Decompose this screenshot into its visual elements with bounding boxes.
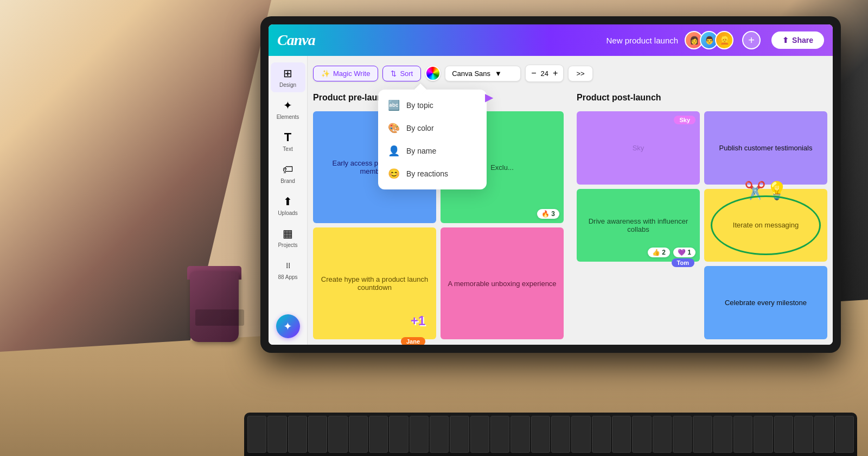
- topic-icon: 🔤: [388, 99, 400, 111]
- font-size-control: − 24 +: [525, 65, 564, 82]
- sidebar-item-brand[interactable]: 🏷 Brand: [271, 159, 305, 188]
- canva-screen: Canva New product launch 👩 👨 👱 + ⬆ Share…: [269, 24, 833, 345]
- elements-icon: ✦: [282, 99, 295, 112]
- top-bar: Canva New product launch 👩 👨 👱 + ⬆ Share: [269, 24, 833, 56]
- add-collaborator-button[interactable]: +: [742, 31, 761, 49]
- name-icon: 👤: [388, 145, 400, 157]
- font-dropdown-icon: ▼: [495, 69, 502, 78]
- sidebar-item-uploads[interactable]: ⬆ Uploads: [271, 191, 305, 220]
- projects-icon: ▦: [282, 227, 295, 240]
- project-title: New product launch: [607, 36, 679, 45]
- sort-button[interactable]: ⇅ Sort: [382, 66, 421, 81]
- sidebar-label-uploads: Uploads: [278, 210, 298, 216]
- magic-write-button[interactable]: ✨ Magic Write: [313, 66, 378, 81]
- sort-dropdown-menu: 🔤 By topic ▶ 🎨 By color 👤 By name 😊: [378, 90, 487, 189]
- sticky-iterate[interactable]: ✂️💡 Iterate on messaging: [704, 189, 827, 262]
- share-button[interactable]: ⬆ Share: [771, 31, 824, 49]
- heart-reaction: 💜 1: [673, 248, 695, 257]
- sticky-circle: Iterate on messaging: [711, 195, 821, 256]
- main-area: ⊞ Design ✦ Elements T Text 🏷 Brand ⬆: [269, 56, 833, 345]
- sort-by-topic-label: By topic: [406, 101, 433, 110]
- text-icon: T: [282, 131, 295, 144]
- reactions-icon: 😊: [388, 168, 400, 180]
- sort-by-name-label: By name: [406, 147, 436, 155]
- share-icon: ⬆: [782, 36, 789, 45]
- sidebar-label-brand: Brand: [280, 178, 295, 184]
- post-launch-title: Product post-launch: [577, 91, 827, 107]
- canvas-toolbar: ✨ Magic Write ⇅ Sort Canva Sans ▼ − 24: [313, 61, 827, 85]
- canvas-area: ✨ Magic Write ⇅ Sort Canva Sans ▼ − 24: [308, 56, 833, 345]
- sky-badge: Sky: [674, 116, 695, 124]
- tom-badge: Tom: [672, 258, 694, 267]
- font-name: Canva Sans: [452, 69, 490, 78]
- sidebar-item-projects[interactable]: ▦ Projects: [271, 223, 305, 252]
- increase-font-button[interactable]: +: [553, 68, 558, 78]
- thumbs-reaction: 👍 2: [648, 248, 670, 257]
- plus1-badge: +1: [411, 313, 425, 328]
- sticky-sky[interactable]: Sky Sky: [577, 111, 700, 185]
- sort-by-reactions-item[interactable]: 😊 By reactions: [378, 162, 487, 185]
- design-icon: ⊞: [282, 67, 295, 80]
- brand-icon: 🏷: [282, 163, 295, 176]
- sidebar-item-design[interactable]: ⊞ Design: [271, 62, 305, 92]
- sidebar-label-text: Text: [283, 146, 292, 152]
- sticky-testimonials[interactable]: Publish customer testimonials: [704, 111, 827, 185]
- sticky-unboxing[interactable]: A memorable unboxing experience: [441, 227, 564, 339]
- color-icon: 🎨: [388, 122, 400, 134]
- reaction-pair: 👍 2 💜 1: [648, 248, 695, 257]
- sort-by-topic-item[interactable]: 🔤 By topic ▶: [378, 94, 487, 117]
- magic-button[interactable]: ✦: [276, 314, 300, 338]
- post-launch-grid: Sky Sky Publish customer testimonials Dr…: [577, 111, 827, 339]
- font-selector[interactable]: Canva Sans ▼: [445, 66, 521, 81]
- font-size-value: 24: [541, 69, 548, 78]
- laptop-bezel: Canva New product launch 👩 👨 👱 + ⬆ Share…: [260, 16, 841, 353]
- canva-logo: Canva: [277, 31, 315, 49]
- sidebar-label-apps: 88 Apps: [278, 274, 297, 280]
- decrease-font-button[interactable]: −: [531, 68, 536, 78]
- reaction-badge: 🔥 3: [537, 209, 559, 219]
- post-launch-column: Product post-launch Sky Sky Publish cust…: [577, 91, 827, 339]
- apps-icon: ⁞⁞: [282, 259, 295, 272]
- sidebar-item-apps[interactable]: ⁞⁞ 88 Apps: [271, 255, 305, 284]
- sidebar-bottom: ✦: [276, 314, 300, 338]
- magic-write-icon: ✨: [321, 69, 330, 78]
- sort-by-name-item[interactable]: 👤 By name: [378, 140, 487, 162]
- sidebar: ⊞ Design ✦ Elements T Text 🏷 Brand ⬆: [269, 56, 308, 345]
- sidebar-label-design: Design: [279, 82, 296, 88]
- more-options-button[interactable]: >>: [568, 66, 592, 81]
- sticky-influencer[interactable]: Drive awareness with influencer collabs …: [577, 189, 700, 262]
- color-picker[interactable]: [425, 66, 441, 81]
- avatar-group: 👩 👨 👱: [685, 31, 733, 49]
- jane-badge: Jane: [401, 337, 425, 345]
- sort-by-reactions-label: By reactions: [406, 169, 448, 178]
- sticky-celebrate[interactable]: Celebrate every milestone: [704, 266, 827, 339]
- arrow-icon: ▶: [485, 91, 493, 104]
- sidebar-item-elements[interactable]: ✦ Elements: [271, 94, 305, 124]
- uploads-icon: ⬆: [282, 195, 295, 208]
- sort-by-color-item[interactable]: 🎨 By color: [378, 117, 487, 140]
- sort-by-color-label: By color: [406, 124, 434, 132]
- sticky-hype[interactable]: Create hype with a product launch countd…: [313, 227, 436, 339]
- avatar: 👱: [715, 31, 733, 49]
- sidebar-item-text[interactable]: T Text: [271, 126, 305, 156]
- keyboard: [244, 413, 857, 456]
- sidebar-label-elements: Elements: [277, 114, 299, 120]
- sort-icon: ⇅: [391, 69, 397, 78]
- sidebar-label-projects: Projects: [278, 242, 297, 248]
- coffee-cup: [184, 261, 244, 347]
